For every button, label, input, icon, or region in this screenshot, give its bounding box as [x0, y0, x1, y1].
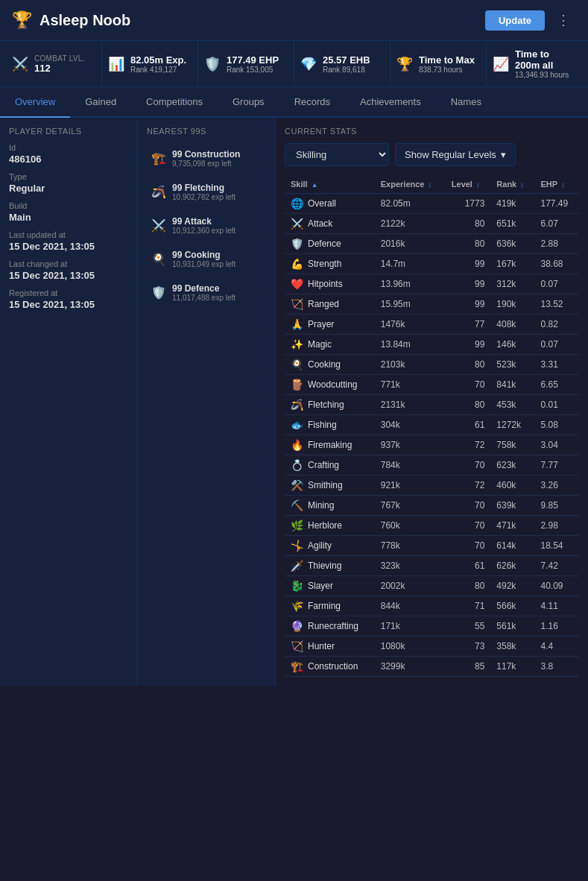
- skill-rank: 758k: [490, 435, 534, 455]
- skill-rank: 614k: [490, 536, 534, 556]
- controls-row: Skilling All Skills Combat Show Regular …: [285, 143, 579, 166]
- skill-rank: 523k: [490, 355, 534, 375]
- col-rank[interactable]: Rank ↕: [490, 175, 534, 194]
- skill-level: 55: [446, 616, 491, 637]
- header-right: Update ⋮: [485, 9, 576, 31]
- current-stats-title: Current stats: [285, 127, 579, 136]
- nearest-skill-sub: 10,931,049 exp left: [172, 260, 235, 268]
- skill-level: 99: [446, 254, 491, 274]
- nearest-99s-list: 🏗️ 99 Construction 9,735,098 exp left 🪃 …: [147, 143, 266, 308]
- stat-combat: ⚔️ Combat Lvl. 112: [6, 41, 102, 86]
- player-type-value: Regular: [9, 183, 128, 194]
- nearest-99-item[interactable]: 🏗️ 99 Construction 9,735,098 exp left: [147, 143, 266, 174]
- update-button[interactable]: Update: [485, 10, 545, 31]
- skill-cell: 🔮 Runecrafting: [285, 616, 375, 637]
- skill-exp: 2131k: [375, 395, 446, 415]
- skill-rank: 117k: [490, 657, 534, 677]
- skill-level: 72: [446, 476, 491, 496]
- last-changed-row: Last changed at 15 Dec 2021, 13:05: [9, 259, 128, 281]
- skill-cell: 💪 Strength: [285, 254, 375, 274]
- col-ehp[interactable]: EHP ↕: [535, 175, 579, 194]
- tab-records[interactable]: Records: [279, 87, 345, 118]
- show-levels-button[interactable]: Show Regular Levels ▾: [395, 143, 516, 166]
- skill-rank: 146k: [490, 335, 534, 355]
- skill-dropdown[interactable]: Skilling All Skills Combat: [285, 143, 389, 166]
- skill-level: 80: [446, 355, 491, 375]
- skill-ehp: 3.8: [535, 657, 579, 677]
- last-updated-row: Last updated at 15 Dec 2021, 13:05: [9, 230, 128, 252]
- skill-rank: 651k: [490, 214, 534, 234]
- skill-cell: 🔥 Firemaking: [285, 435, 375, 455]
- player-details-title: Player details: [9, 127, 128, 136]
- skill-name: Fishing: [308, 420, 337, 430]
- combat-label: Combat Lvl.: [34, 54, 85, 63]
- skill-ehp: 5.08: [535, 415, 579, 435]
- col-experience[interactable]: Experience ↕: [375, 175, 446, 194]
- skill-name: Smithing: [308, 480, 343, 490]
- skill-name: Attack: [308, 218, 332, 229]
- skill-ehp: 7.77: [535, 455, 579, 476]
- table-row: 🤸 Agility 778k 70 614k 18.54: [285, 536, 579, 556]
- combat-value: 112: [34, 63, 85, 74]
- more-button[interactable]: ⋮: [551, 9, 576, 31]
- skill-name: Mining: [308, 500, 334, 511]
- nearest-skill-icon: 🍳: [151, 252, 166, 266]
- skill-level: 71: [446, 596, 491, 616]
- skill-level: 70: [446, 516, 491, 536]
- nearest-99-item[interactable]: ⚔️ 99 Attack 10,912,360 exp left: [147, 210, 266, 241]
- table-row: 🪵 Woodcutting 771k 70 841k 6.65: [285, 375, 579, 395]
- nearest-skill-sub: 10,912,360 exp left: [172, 227, 235, 235]
- skill-rank: 190k: [490, 294, 534, 315]
- skill-exp: 1476k: [375, 315, 446, 335]
- stats-bar: ⚔️ Combat Lvl. 112 📊 82.05m Exp. Rank 41…: [0, 41, 588, 87]
- skill-level: 99: [446, 274, 491, 294]
- table-row: ✨ Magic 13.84m 99 146k 0.07: [285, 335, 579, 355]
- skill-icon: 🏹: [291, 640, 303, 652]
- skill-cell: 🏗️ Construction: [285, 657, 375, 677]
- nearest-99-item[interactable]: 🪃 99 Fletching 10,902,782 exp left: [147, 177, 266, 207]
- skill-ehp: 9.85: [535, 496, 579, 516]
- registered-label: Registered at: [9, 288, 128, 297]
- skill-level: 99: [446, 335, 491, 355]
- skill-ehp: 3.31: [535, 355, 579, 375]
- table-row: 💍 Crafting 784k 70 623k 7.77: [285, 455, 579, 476]
- skill-level: 61: [446, 556, 491, 576]
- table-row: 🍳 Cooking 2103k 80 523k 3.31: [285, 355, 579, 375]
- nearest-skill-name: 99 Fletching: [172, 183, 235, 193]
- nearest-99-item[interactable]: 🛡️ 99 Defence 11,017,488 exp left: [147, 277, 266, 308]
- tab-competitions[interactable]: Competitions: [131, 87, 218, 118]
- col-level[interactable]: Level ↕: [446, 175, 491, 194]
- skill-rank: 453k: [490, 395, 534, 415]
- tab-overview[interactable]: Overview: [0, 87, 70, 118]
- skill-exp: 14.7m: [375, 254, 446, 274]
- nearest-skill-name: 99 Defence: [172, 283, 235, 294]
- skill-level: 70: [446, 375, 491, 395]
- skill-name: Hunter: [308, 641, 335, 651]
- skill-cell: 🐉 Slayer: [285, 576, 375, 596]
- tab-names[interactable]: Names: [436, 87, 496, 118]
- nearest-skill-icon: ⚔️: [151, 218, 166, 233]
- main-content: Player details Id 486106 Type Regular Bu…: [0, 118, 588, 686]
- tab-achievements[interactable]: Achievements: [345, 87, 436, 118]
- nearest-99-item[interactable]: 🍳 99 Cooking 10,931,049 exp left: [147, 244, 266, 274]
- last-changed-label: Last changed at: [9, 259, 128, 268]
- skill-ehp: 40.09: [535, 576, 579, 596]
- skill-cell: 🏹 Hunter: [285, 637, 375, 657]
- skill-name: Construction: [308, 661, 358, 672]
- ehb-rank: Rank 89,618: [323, 66, 370, 74]
- ehp-icon: 🛡️: [204, 56, 221, 72]
- skill-name: Cooking: [308, 359, 341, 370]
- col-skill[interactable]: Skill ▲: [285, 175, 375, 194]
- skill-rank: 460k: [490, 476, 534, 496]
- tab-groups[interactable]: Groups: [218, 87, 279, 118]
- skill-icon: 🙏: [291, 318, 303, 330]
- show-levels-chevron: ▾: [501, 149, 506, 160]
- skill-rank: 1272k: [490, 415, 534, 435]
- skill-cell: 🪵 Woodcutting: [285, 375, 375, 395]
- skill-ehp: 3.04: [535, 435, 579, 455]
- tab-gained[interactable]: Gained: [70, 87, 131, 118]
- trophy-icon: 🏆: [12, 10, 32, 30]
- skill-level: 99: [446, 294, 491, 315]
- t200m-sub: 13,346.93 hours: [515, 71, 576, 79]
- skill-name: Thieving: [308, 561, 341, 571]
